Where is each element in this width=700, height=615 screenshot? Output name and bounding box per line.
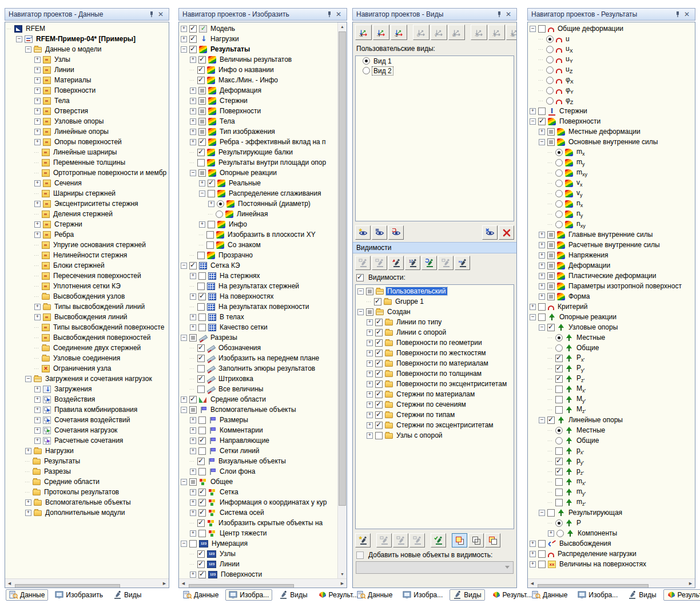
- tree-item[interactable]: my': [528, 487, 695, 497]
- checkbox[interactable]: [555, 365, 563, 372]
- radio[interactable]: [555, 190, 563, 197]
- tree-item[interactable]: +Стержни по сечениям: [356, 399, 514, 410]
- expand-icon[interactable]: +: [367, 422, 373, 428]
- tree-item[interactable]: +Узлы: [5, 54, 169, 65]
- tree-item[interactable]: +Вспомогательные объекты: [5, 497, 169, 507]
- tree-item[interactable]: +Тела: [5, 96, 169, 106]
- collapse-icon[interactable]: –: [181, 407, 187, 413]
- expand-icon[interactable]: +: [34, 396, 41, 403]
- pin-icon[interactable]: [325, 10, 334, 18]
- expand-icon[interactable]: +: [190, 427, 196, 434]
- user-views-list[interactable]: Вид 1Вид 2: [355, 55, 514, 221]
- tree-item[interactable]: +Эксцентриситеты стержня: [5, 199, 169, 209]
- expand-icon[interactable]: +: [548, 530, 554, 537]
- tab-display[interactable]: Изобразить: [51, 589, 106, 601]
- tree-item[interactable]: Протоколы результатов: [5, 487, 169, 497]
- checkbox[interactable]: [538, 118, 546, 125]
- tree-item[interactable]: –Поверхности: [528, 116, 695, 126]
- tree-item[interactable]: +Поверхности: [179, 106, 337, 116]
- radio[interactable]: [363, 57, 370, 65]
- checkbox[interactable]: [208, 190, 215, 197]
- checkbox[interactable]: [197, 159, 205, 166]
- checkbox[interactable]: [198, 489, 206, 496]
- tree-item[interactable]: –Опорные реакции: [528, 312, 695, 322]
- tree-item[interactable]: Линейная: [179, 209, 337, 219]
- tree-item[interactable]: Линейные шарниры: [5, 147, 169, 157]
- tree-item[interactable]: –Сетка КЭ: [179, 260, 337, 271]
- view-neg-y-button[interactable]: -Y: [373, 25, 389, 40]
- expand-icon[interactable]: +: [34, 98, 41, 104]
- tree-item[interactable]: +Загружения: [5, 384, 169, 394]
- tree-item[interactable]: nx: [528, 199, 695, 209]
- expand-icon[interactable]: +: [190, 510, 196, 516]
- checkbox[interactable]: [197, 365, 205, 372]
- checkbox[interactable]: [538, 108, 546, 115]
- expand-icon[interactable]: +: [539, 283, 545, 289]
- radio[interactable]: [555, 159, 563, 166]
- tree-item[interactable]: +Величины результатов: [179, 54, 337, 65]
- expand-icon[interactable]: +: [367, 412, 373, 418]
- tree-item[interactable]: Высвобождения узлов: [5, 291, 169, 301]
- checkbox[interactable]: [555, 468, 563, 475]
- collapse-icon[interactable]: –: [181, 46, 187, 53]
- vis-new-button[interactable]: [388, 256, 404, 270]
- checkbox[interactable]: [547, 293, 555, 300]
- tree-item[interactable]: –Общие деформации: [528, 23, 695, 34]
- tab-data[interactable]: Данные: [528, 589, 571, 601]
- tree-item[interactable]: –Создан: [356, 307, 514, 317]
- tree-item[interactable]: Ортотропные поверхности и мембр: [5, 168, 169, 178]
- expand-icon[interactable]: +: [190, 530, 196, 537]
- radio[interactable]: [216, 211, 223, 218]
- scroll-left-icon[interactable]: ◀: [528, 579, 536, 588]
- tree-item[interactable]: Mz': [528, 404, 695, 415]
- collapse-icon[interactable]: –: [539, 417, 545, 423]
- expand-icon[interactable]: +: [539, 232, 545, 238]
- tree-item[interactable]: +Поверхности по геометрии: [356, 338, 514, 348]
- expand-icon[interactable]: +: [190, 314, 196, 320]
- scroll-thumb[interactable]: [339, 31, 346, 506]
- tree-item[interactable]: +В телах: [179, 312, 337, 322]
- tree-item[interactable]: +Распределение нагрузки: [528, 549, 695, 559]
- checkbox[interactable]: [538, 314, 546, 321]
- checkbox[interactable]: [375, 370, 383, 378]
- checkbox[interactable]: [375, 432, 383, 439]
- mode-subtract-button[interactable]: [485, 533, 500, 547]
- tree-item[interactable]: mxy: [528, 168, 695, 178]
- checkbox[interactable]: [538, 540, 546, 547]
- tree-item[interactable]: +Качество сетки: [179, 322, 337, 332]
- tree-item[interactable]: +Линии по типу: [356, 317, 514, 327]
- expand-icon[interactable]: +: [190, 417, 196, 423]
- vis-numbers-button[interactable]: 12: [405, 256, 420, 270]
- checkbox[interactable]: [538, 561, 546, 568]
- vis-gray-button[interactable]: [438, 256, 454, 270]
- checkbox[interactable]: [197, 66, 205, 74]
- checkbox[interactable]: [198, 128, 206, 136]
- expand-icon[interactable]: +: [34, 67, 41, 73]
- checkbox[interactable]: [208, 221, 215, 228]
- tree-item[interactable]: +Стержни: [5, 219, 169, 229]
- vis-tool-1-button[interactable]: [376, 533, 392, 547]
- collapse-icon[interactable]: –: [16, 36, 22, 42]
- tree-item[interactable]: –Загружения и сочетания нагрузок: [5, 374, 169, 384]
- collapse-icon[interactable]: –: [25, 46, 31, 53]
- tab-data[interactable]: Данные: [180, 589, 222, 601]
- checkbox[interactable]: [189, 334, 197, 342]
- radio[interactable]: [546, 46, 554, 53]
- collapse-icon[interactable]: –: [357, 309, 364, 315]
- tree-item[interactable]: +Направляющие: [179, 435, 337, 446]
- tree-item[interactable]: Типы высвобождений поверхносте: [5, 322, 169, 332]
- scroll-up-icon[interactable]: ▲: [338, 22, 347, 31]
- tree-item[interactable]: Упругие основания стержней: [5, 240, 169, 250]
- tree-item[interactable]: +Поверхности по жесткостям: [356, 348, 514, 358]
- expand-icon[interactable]: +: [190, 469, 196, 475]
- tree-item[interactable]: +Средние области: [179, 394, 337, 404]
- expand-icon[interactable]: +: [190, 129, 196, 135]
- pin-icon[interactable]: [495, 10, 504, 18]
- tree-item[interactable]: –Опорные реакции: [179, 168, 337, 178]
- expand-icon[interactable]: +: [34, 427, 41, 434]
- tree-item[interactable]: +Поверхности: [5, 85, 169, 96]
- expand-icon[interactable]: +: [190, 88, 196, 94]
- user-view-item[interactable]: Вид 2: [356, 66, 514, 76]
- tree-item[interactable]: +Информация о координатах у кур: [179, 497, 337, 507]
- tree-item[interactable]: Pz': [528, 374, 695, 384]
